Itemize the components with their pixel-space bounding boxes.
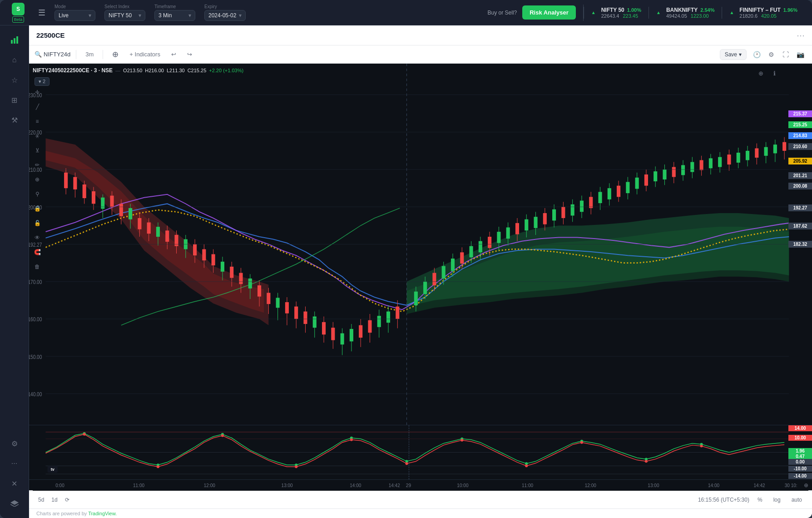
nifty50-name-row: NIFTY 50 1.00%	[601, 7, 641, 13]
svg-rect-115	[561, 207, 565, 218]
buy-sell-label: Buy or Sell?	[488, 10, 517, 16]
symbol-search[interactable]: 🔍 NIFTY24d	[35, 51, 70, 58]
osc-crosshair	[409, 425, 409, 479]
svg-rect-103	[506, 227, 510, 239]
lock-draw-tool[interactable]: 🔒	[31, 203, 43, 214]
sidebar-icon-close[interactable]: ✕	[5, 474, 24, 493]
chart-canvas-wrapper[interactable]: 230.00 220.00 210.00 200.00 192.27 170.0…	[29, 64, 812, 425]
lock2-draw-tool[interactable]: 🔓	[31, 217, 43, 229]
sidebar-icon-layers[interactable]	[5, 494, 24, 513]
period-repeat-button[interactable]: ⟳	[63, 496, 71, 504]
anchor-draw-tool[interactable]: ⚲	[31, 188, 43, 200]
svg-rect-155	[746, 151, 749, 160]
svg-point-202	[295, 465, 297, 468]
ticker-item-finnifty[interactable]: ▲ FINNIFTY – FUT 1.96% 21820.6 420.05	[722, 7, 805, 19]
mode-chevron: ▾	[89, 12, 91, 19]
mode-label: Mode	[54, 4, 95, 9]
sidebar-icon-home[interactable]: ⌂	[5, 51, 24, 69]
compare-button[interactable]	[109, 50, 122, 60]
hamburger-menu[interactable]: ☰	[36, 6, 47, 20]
ticker-item-nifty50[interactable]: ▲ NIFTY 50 1.00% 22643.4 223.45	[584, 7, 649, 19]
risk-analyser-button[interactable]: Risk Analyser	[522, 5, 576, 20]
hline-tool[interactable]: ≡	[31, 115, 43, 127]
chart-nav-icons: ⊕ ℹ	[755, 67, 780, 79]
nifty50-arrow-up: ▲	[591, 10, 596, 15]
chart-settings-button[interactable]: ⚙	[765, 48, 777, 61]
save-button[interactable]: Save ▾	[720, 49, 747, 60]
index-dropdown[interactable]: NIFTY 50 ▾	[104, 10, 145, 21]
magnet-draw-tool[interactable]: 🧲	[31, 246, 43, 258]
multi-tool[interactable]: ⚹	[31, 130, 43, 142]
banknifty-info: BANKNIFTY 2.54% 49424.05 1223.00	[666, 7, 715, 19]
content-area: 22500CE ⋯ 🔍 NIFTY24d 3m	[29, 25, 812, 518]
nifty50-price: 22643.4	[601, 13, 619, 19]
svg-point-206	[525, 464, 528, 467]
fullscreen-button[interactable]: ⛶	[779, 48, 792, 61]
mode-dropdown[interactable]: Live ▾	[54, 10, 95, 21]
sidebar-icon-settings[interactable]: ⚙	[5, 434, 24, 453]
beta-badge: Beta	[12, 16, 25, 23]
svg-rect-159	[764, 147, 768, 156]
banknifty-values: 49424.05 1223.00	[666, 13, 715, 19]
ohlc-info-bar: NIFTY24050222500CE · 3 · NSE — O213.50 H…	[33, 67, 243, 74]
undo-button[interactable]: ↩	[168, 49, 180, 60]
period-5d-button[interactable]: 5d	[36, 496, 46, 504]
chart-zoom-icon[interactable]: ⊕	[755, 67, 767, 79]
banknifty-change: 2.54%	[700, 7, 714, 13]
sidebar-icon-star[interactable]: ☆	[5, 71, 24, 89]
sidebar-icon-chart[interactable]	[5, 31, 24, 49]
pencil-draw-tool[interactable]: ✏	[31, 159, 43, 171]
tradingview-link[interactable]: TradingView.	[88, 511, 117, 516]
finnifty-name: FINNIFTY – FUT	[739, 7, 780, 13]
eye-draw-tool[interactable]: 👁	[31, 232, 43, 244]
svg-rect-149	[718, 157, 722, 167]
chart-title: 22500CE	[36, 31, 65, 39]
main-layout: ⌂ ☆ ⊞ ⚒ ⚙ ··· ✕ 22500CE ⋯	[0, 25, 812, 518]
svg-rect-40	[212, 254, 215, 265]
svg-rect-48	[248, 279, 252, 289]
save-label: Save	[725, 51, 737, 58]
clock-button[interactable]: 🕐	[750, 48, 763, 61]
auto-button[interactable]: auto	[789, 496, 805, 504]
nifty50-info: NIFTY 50 1.00% 22643.4 223.45	[601, 7, 641, 19]
powered-by-bar: Charts are powered by TradingView.	[29, 508, 812, 518]
crosshair-tool[interactable]: ✛	[31, 86, 43, 98]
svg-text:13:00: 13:00	[648, 483, 659, 488]
log-button[interactable]: log	[771, 496, 783, 504]
sidebar-icon-tools[interactable]: ⚒	[5, 111, 24, 129]
indicators-button[interactable]: + Indicators	[126, 49, 164, 60]
timeframe-button[interactable]: 3m	[82, 49, 97, 60]
svg-rect-74	[368, 320, 371, 333]
index-label: Select Index	[104, 4, 145, 9]
toolbar-divider-1	[76, 50, 76, 59]
expiry-dropdown[interactable]: 2024-05-02 ▾	[204, 10, 246, 21]
market-ticker: ▲ NIFTY 50 1.00% 22643.4 223.45 ▲	[583, 5, 805, 21]
nifty50-diff: 223.45	[623, 13, 638, 19]
nifty50-name: NIFTY 50	[601, 7, 624, 13]
ticker-item-banknifty[interactable]: ▲ BANKNIFTY 2.54% 49424.05 1223.00	[649, 7, 722, 19]
fork-tool[interactable]: ⊻	[31, 144, 43, 156]
svg-text:30 10:: 30 10:	[785, 483, 797, 488]
redo-button[interactable]: ↪	[183, 49, 196, 60]
toolbar-right-icons: 🕐 ⚙ ⛶ 📷	[750, 48, 807, 61]
svg-rect-80	[396, 307, 399, 319]
trash-draw-tool[interactable]: 🗑	[31, 261, 43, 273]
line-draw-tool[interactable]: ╱	[31, 101, 43, 113]
screenshot-button[interactable]: 📷	[794, 48, 807, 61]
footer-time-display: 16:15:56 (UTC+5:30)	[698, 497, 749, 503]
svg-rect-54	[276, 298, 280, 308]
chart-info-icon[interactable]: ℹ	[768, 67, 780, 79]
osc-right-badges: 14.00 10.00 1.96 0.47 0.00 -10.00 -14.00	[788, 425, 812, 479]
chart-expand-button[interactable]: ⋯	[797, 30, 805, 40]
percent-button[interactable]: %	[755, 496, 765, 504]
timeframe-dropdown[interactable]: 3 Min ▾	[154, 10, 195, 21]
svg-rect-163	[782, 142, 786, 151]
zoom-tool[interactable]: ⊕	[31, 174, 43, 185]
svg-text:13:00: 13:00	[282, 483, 293, 488]
sidebar-icon-grid[interactable]: ⊞	[5, 91, 24, 109]
sidebar-icon-more[interactable]: ···	[5, 454, 24, 473]
nifty50-change: 1.00%	[627, 7, 641, 13]
chart-footer: 5d 1d ⟳ 16:15:56 (UTC+5:30) % log auto	[29, 490, 812, 508]
svg-rect-38	[202, 249, 206, 260]
period-1d-button[interactable]: 1d	[50, 496, 59, 504]
